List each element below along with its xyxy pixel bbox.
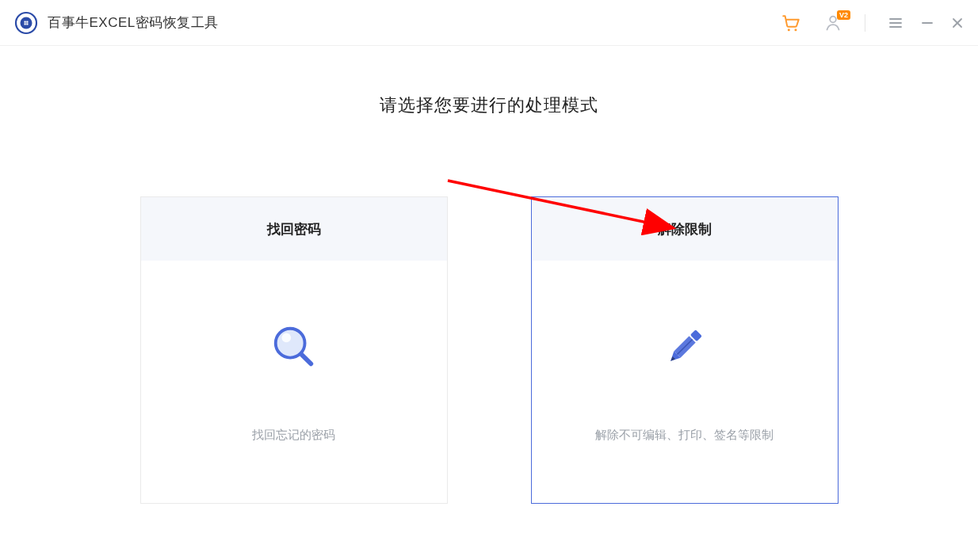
cart-icon — [781, 13, 801, 33]
app-logo-icon — [14, 11, 38, 35]
svg-line-17 — [301, 354, 311, 364]
titlebar: 百事牛EXCEL密码恢复工具 V2 — [0, 0, 978, 46]
card-recover-password[interactable]: 找回密码 找回忘记的密码 — [140, 196, 448, 504]
titlebar-right: V2 — [781, 13, 964, 33]
svg-point-1 — [21, 17, 32, 29]
app-title: 百事牛EXCEL密码恢复工具 — [48, 13, 219, 32]
window-controls — [888, 15, 964, 31]
svg-point-7 — [794, 29, 797, 31]
magnifier-icon — [269, 322, 319, 372]
card-title: 解除限制 — [532, 197, 838, 261]
svg-rect-3 — [26, 21, 28, 22]
hamburger-icon — [888, 15, 904, 31]
svg-rect-4 — [25, 23, 26, 25]
svg-rect-2 — [25, 21, 26, 22]
titlebar-divider — [865, 14, 865, 32]
card-body: 找回忘记的密码 — [141, 261, 447, 503]
pencil-icon — [659, 322, 710, 372]
close-button[interactable] — [951, 17, 964, 29]
card-desc: 解除不可编辑、打印、签名等限制 — [595, 428, 774, 443]
svg-rect-5 — [26, 23, 28, 25]
svg-point-16 — [281, 333, 291, 342]
close-icon — [951, 17, 964, 29]
card-desc: 找回忘记的密码 — [252, 428, 335, 443]
user-button[interactable]: V2 — [823, 13, 842, 32]
minimize-icon — [921, 17, 934, 29]
titlebar-left: 百事牛EXCEL密码恢复工具 — [14, 11, 219, 35]
user-vip-badge: V2 — [837, 10, 850, 20]
page-heading: 请选择您要进行的处理模式 — [0, 93, 978, 117]
main-content: 请选择您要进行的处理模式 找回密码 找回忘记的密码 解除限制 — [0, 46, 978, 504]
card-title: 找回密码 — [141, 197, 447, 261]
cart-button[interactable] — [781, 13, 801, 33]
svg-point-8 — [830, 16, 836, 22]
card-body: 解除不可编辑、打印、签名等限制 — [532, 261, 838, 503]
mode-cards: 找回密码 找回忘记的密码 解除限制 — [0, 196, 978, 504]
menu-button[interactable] — [888, 15, 904, 31]
minimize-button[interactable] — [921, 17, 934, 29]
svg-point-6 — [788, 29, 790, 31]
card-remove-restriction[interactable]: 解除限制 解除不可编辑、打印、签名等限制 — [531, 196, 839, 504]
